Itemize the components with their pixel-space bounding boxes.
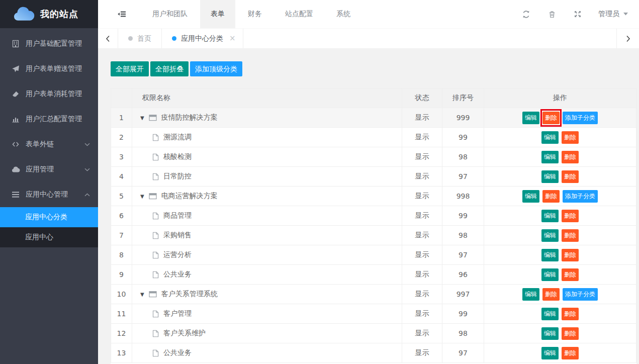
edit-button[interactable]: 编辑	[541, 210, 559, 222]
tab[interactable]: 应用中心分类×	[162, 29, 243, 48]
nav-item[interactable]: 用户和团队	[142, 0, 198, 28]
edit-button[interactable]: 编辑	[522, 112, 539, 124]
collapse-all-button[interactable]: 全部折叠	[150, 61, 189, 76]
edit-button[interactable]: 编辑	[541, 268, 559, 281]
tab-scroll-left-button[interactable]	[98, 29, 118, 48]
delete-button[interactable]: 删除	[542, 190, 560, 203]
table-row: 10▼客户关系管理系统显示997编辑删除添加子分类	[111, 285, 636, 304]
edit-button[interactable]: 编辑	[541, 151, 559, 163]
row-name-content: ▼电商运营解决方案	[132, 192, 402, 201]
edit-button[interactable]: 编辑	[541, 347, 559, 359]
chevron-right-icon	[626, 35, 630, 42]
caret-down-icon	[623, 13, 628, 16]
row-index: 3	[111, 147, 132, 167]
table-row: 13公共业务显示97编辑删除	[111, 343, 636, 363]
delete-button[interactable]: 删除	[562, 131, 579, 144]
table-row: 4日常防控显示97编辑删除	[111, 167, 636, 187]
row-name-content: 溯源流调	[132, 133, 402, 142]
tab[interactable]: 首页	[118, 29, 162, 48]
category-name: 运营分析	[163, 250, 192, 259]
sidebar-item[interactable]: 应用中心管理	[0, 182, 98, 207]
table-row: 2溯源流调显示99编辑删除	[111, 128, 636, 147]
sidebar-item[interactable]: 用户基础配置管理	[0, 31, 98, 56]
collapse-caret-icon[interactable]: ▼	[140, 292, 144, 297]
fullscreen-button[interactable]	[565, 0, 590, 28]
row-status: 显示	[402, 324, 442, 343]
row-sort: 98	[442, 226, 484, 245]
delete-button[interactable]: 删除	[562, 229, 579, 242]
add-top-category-button[interactable]: 添加顶级分类	[190, 61, 242, 76]
edit-button[interactable]: 编辑	[541, 229, 559, 242]
nav-item[interactable]: 财务	[237, 0, 272, 28]
expand-all-button[interactable]: 全部展开	[111, 61, 149, 76]
nav-item[interactable]: 站点配置	[275, 0, 324, 28]
edit-button[interactable]: 编辑	[541, 131, 559, 144]
nav-item[interactable]: 系统	[326, 0, 361, 28]
delete-button[interactable]: 删除	[562, 210, 579, 222]
user-menu[interactable]: 管理员	[590, 0, 639, 28]
row-name: 公共业务	[132, 343, 402, 363]
row-actions: 编辑删除添加子分类	[484, 285, 636, 304]
sidebar-item[interactable]: 用户表单消耗管理	[0, 81, 98, 107]
logo[interactable]: 我的站点	[0, 0, 98, 28]
category-table: 权限名称 状态 排序号 操作 1▼疫情防控解决方案显示999编辑删除添加子分类2…	[111, 88, 636, 363]
tab-dot	[128, 36, 133, 41]
row-sort: 97	[442, 343, 484, 363]
tab-scroll-right-button[interactable]	[616, 29, 639, 48]
delete-button[interactable]: 删除	[562, 268, 579, 281]
category-name: 客户关系维护	[163, 329, 206, 338]
delete-button[interactable]: 删除	[562, 308, 579, 320]
add-child-button[interactable]: 添加子分类	[563, 190, 598, 203]
delete-button[interactable]: 删除	[562, 327, 579, 340]
sidebar-item[interactable]: 应用管理	[0, 157, 98, 182]
row-name-content: 采购销售	[132, 231, 402, 240]
tab-close-icon[interactable]: ×	[229, 35, 236, 42]
collapse-caret-icon[interactable]: ▼	[140, 194, 144, 199]
add-child-button[interactable]: 添加子分类	[563, 288, 598, 301]
sidebar-submenu: 应用中心分类应用中心	[0, 207, 98, 247]
edit-button[interactable]: 编辑	[541, 327, 559, 340]
delete-button[interactable]: 删除	[542, 288, 560, 301]
building-icon	[11, 40, 20, 48]
fullscreen-icon	[574, 10, 582, 18]
trash-button[interactable]	[539, 0, 565, 28]
header-actions: 管理员	[513, 0, 639, 28]
row-actions: 编辑删除	[484, 128, 636, 147]
sidebar-subitem[interactable]: 应用中心分类	[0, 207, 98, 227]
collapse-caret-icon[interactable]: ▼	[140, 115, 144, 121]
tab-bar: 首页应用中心分类×	[98, 28, 639, 48]
delete-button[interactable]: 删除	[562, 170, 579, 183]
delete-button[interactable]: 删除	[562, 151, 579, 163]
nav-item[interactable]: 表单	[200, 0, 235, 28]
add-child-button[interactable]: 添加子分类	[563, 112, 598, 124]
refresh-button[interactable]	[513, 0, 539, 28]
edit-button[interactable]: 编辑	[522, 288, 539, 301]
edit-button[interactable]: 编辑	[541, 170, 559, 183]
row-status: 显示	[402, 128, 442, 147]
row-name-content: 日常防控	[132, 172, 402, 181]
sidebar-item[interactable]: 用户汇总配置管理	[0, 107, 98, 132]
chevron-down-icon	[84, 168, 90, 171]
doc-icon	[152, 330, 159, 337]
sidebar-subitem[interactable]: 应用中心	[0, 227, 98, 247]
row-sort: 999	[442, 108, 484, 128]
chevron-left-icon	[106, 35, 110, 42]
delete-button[interactable]: 删除	[562, 347, 579, 359]
row-index: 4	[111, 167, 132, 187]
row-name: 采购销售	[132, 226, 402, 245]
edit-button[interactable]: 编辑	[541, 249, 559, 261]
sidebar-toggle-button[interactable]	[117, 10, 127, 18]
sidebar-item[interactable]: 表单外链	[0, 132, 98, 157]
doc-icon	[152, 153, 159, 161]
row-index: 7	[111, 226, 132, 245]
link-icon	[11, 140, 20, 148]
eraser-icon	[11, 90, 20, 98]
delete-button[interactable]: 删除	[542, 112, 560, 124]
row-name-content: 客户关系维护	[132, 329, 402, 338]
edit-button[interactable]: 编辑	[541, 308, 559, 320]
row-sort: 99	[442, 206, 484, 226]
sidebar-item[interactable]: 用户表单赠送管理	[0, 56, 98, 81]
edit-button[interactable]: 编辑	[522, 190, 539, 203]
delete-button[interactable]: 删除	[562, 249, 579, 261]
collapse-sidebar-icon	[117, 10, 127, 18]
